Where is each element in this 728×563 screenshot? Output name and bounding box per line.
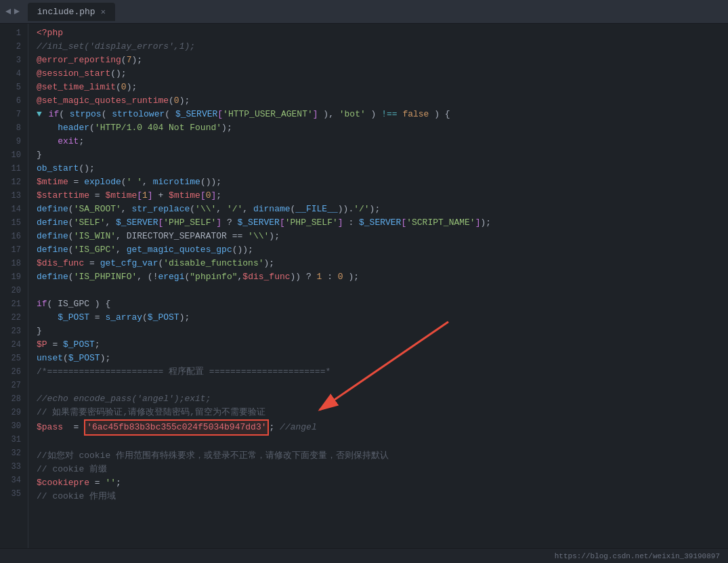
var-mtime: $mtime [37, 175, 68, 189]
line-num-22: 22 [0, 311, 28, 325]
line-num-11: 11 [0, 162, 28, 175]
paren-header: ( [89, 121, 95, 135]
num-7: 7 [127, 54, 132, 67]
comment-password-hint: // 如果需要密码验证,请修改登陆密码,留空为不需要验证 [37, 406, 265, 419]
code-line-16: define('IS_WIN', DIRECTORY_SEPARATOR == … [37, 230, 728, 243]
num-0-6: 0 [174, 94, 179, 108]
code-line-7: ▼ if( strpos( strtolower( $_SERVER['HTTP… [37, 108, 728, 121]
eq-34: = [89, 476, 105, 490]
fn-eregi: eregi [158, 270, 184, 284]
fn-s-array: s_array [105, 311, 142, 325]
status-bar: https://blog.csdn.net/weixin_39190897 [0, 548, 728, 563]
eq-30: = [63, 421, 84, 434]
file-tab[interactable]: include.php ✕ [28, 3, 115, 21]
password-highlight: '6ac45fb83b3bc355c024f5034b947dd3' [84, 419, 269, 436]
line-num-21: 21 [0, 297, 28, 311]
code-line-25: unset($_POST); [37, 352, 728, 365]
fn-dirname: dirname [253, 203, 291, 216]
colon-19: : [322, 270, 337, 284]
const-is-gpc: IS_GPC [58, 297, 89, 311]
line-num-15: 15 [0, 216, 28, 230]
code-line-13: $starttime = $mtime[1] + $mtime[0]; [37, 189, 728, 203]
fn-ob-start: ob_start [37, 162, 79, 175]
str-phpinfo: "phpinfo" [190, 270, 237, 284]
line-num-19: 19 [0, 270, 28, 284]
const-file: __FILE__ [295, 203, 337, 216]
code-line-29: // 如果需要密码验证,请修改登陆密码,留空为不需要验证 [37, 406, 728, 419]
str-http-404: 'HTTP/1.0 404 Not Found' [95, 121, 221, 135]
nav-left-icon[interactable]: ◄ [5, 6, 11, 17]
brace-23: } [37, 325, 42, 338]
code-line-33: // cookie 前缀 [37, 463, 728, 476]
code-content: <?php //ini_set('display_errors',1); @er… [28, 24, 728, 548]
code-line-23: } [37, 325, 728, 338]
line-num-13: 13 [0, 189, 28, 203]
semi-12: ()); [200, 175, 221, 189]
kw-if-21: if [37, 297, 47, 311]
ternary-15: ? [221, 216, 237, 230]
p14d: )). [338, 203, 354, 216]
num-0-5: 0 [121, 81, 127, 94]
str-script-name: 'SCRIPT_NAME' [406, 216, 475, 230]
bracket-1: [ [137, 189, 142, 203]
line-num-6: 6 [0, 94, 28, 108]
var-server-15b: $_SERVER [238, 216, 280, 230]
line-num-16: 16 [0, 230, 28, 243]
line-num-25: 25 [0, 352, 28, 365]
p19b: ( [184, 270, 190, 284]
line-num-4: 4 [0, 67, 28, 81]
at-error: @error_reporting [37, 54, 121, 67]
p21b: ) { [89, 297, 110, 311]
semi-24: ; [95, 338, 100, 352]
code-line-9: exit; [37, 135, 728, 148]
nav-right-icon[interactable]: ► [14, 6, 19, 17]
nav-arrows[interactable]: ◄ ► [5, 6, 20, 17]
title-bar: ◄ ► include.php ✕ [0, 0, 728, 24]
p17: ( [68, 243, 74, 257]
url-label: https://blog.csdn.net/weixin_39190897 [555, 552, 720, 560]
tab-close-icon[interactable]: ✕ [101, 7, 106, 17]
line-num-31: 31 [0, 433, 28, 446]
brace-close-10: } [37, 148, 42, 162]
paren-strpos: ( [102, 108, 112, 121]
var-dis-func: $dis_func [37, 257, 84, 270]
var-post-22: $_POST [58, 311, 89, 325]
code-line-12: $mtime = explode(' ', microtime()); [37, 175, 728, 189]
code-line-22: $_POST = s_array($_POST); [37, 311, 728, 325]
b15: [ [158, 216, 163, 230]
fn-define-19: define [37, 270, 68, 284]
line-num-27: 27 [0, 379, 28, 392]
at-set-time: @set_time_limit [37, 81, 116, 94]
dir-sep-label: DIRECTORY_SEPARATOR [127, 230, 227, 243]
blank-20 [37, 284, 42, 297]
code-line-10: } [37, 148, 728, 162]
paren-l4: (); [110, 67, 126, 81]
semi-34: ; [116, 476, 121, 490]
p22: ( [142, 311, 148, 325]
num-1-19: 1 [317, 270, 322, 284]
kw-exit: exit [58, 135, 79, 148]
fn-define-14: define [37, 203, 68, 216]
var-server-15c: $_SERVER [359, 216, 401, 230]
line-num-30: 30 [0, 419, 28, 433]
semi-15: ); [480, 216, 491, 230]
var-post-25: $_POST [68, 352, 100, 365]
fn-define-16: define [37, 230, 68, 243]
indent-8 [37, 121, 58, 135]
eq-13: = [89, 189, 105, 203]
code-line-21: if( IS_GPC ) { [37, 297, 728, 311]
line-num-26: 26 [0, 365, 28, 379]
code-line-17: define('IS_GPC', get_magic_quotes_gpc())… [37, 243, 728, 257]
fn-str-replace: str_replace [131, 203, 190, 216]
bracket-0: [ [200, 189, 206, 203]
fn-strpos: strpos [70, 108, 102, 121]
p15: ( [68, 216, 74, 230]
line-num-8: 8 [0, 121, 28, 135]
comment-config: /*====================== 程序配置 ==========… [37, 365, 330, 379]
fn-get-cfg-var: get_cfg_var [100, 257, 158, 270]
comma-16: , [116, 230, 127, 243]
semi-19: ); [343, 270, 359, 284]
p16: ( [68, 230, 74, 243]
line-num-12: 12 [0, 175, 28, 189]
comma-17: , [116, 243, 127, 257]
